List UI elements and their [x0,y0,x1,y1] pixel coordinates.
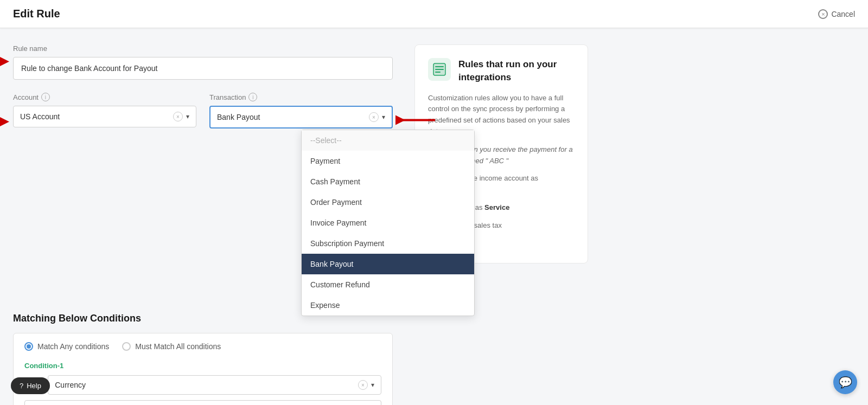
dropdown-item-order-payment[interactable]: Order Payment [302,192,474,213]
condition-chevron-icon[interactable]: ▾ [371,381,374,389]
matching-section: Matching Below Conditions Match Any cond… [13,313,393,405]
transaction-chevron-icon[interactable]: ▾ [382,113,385,121]
conditions-box: Match Any conditions Must Match All cond… [13,333,393,405]
condition-1-label: Condition-1 [24,362,381,370]
main-content: Rule name [0,28,868,405]
match-all-radio[interactable] [122,342,131,351]
panel-title: Rules that run on your integrations [458,58,575,84]
transaction-label: Transaction i [209,93,393,101]
account-transaction-row: Account i US Account × ▾ Transaction i [13,93,393,128]
chat-button[interactable]: 💬 [833,370,857,394]
usd-input[interactable] [24,400,381,405]
account-info-icon[interactable]: i [41,93,50,101]
dropdown-item-customer-refund[interactable]: Customer Refund [302,274,474,295]
cancel-circle-icon: × [818,9,828,19]
match-all-option[interactable]: Must Match All conditions [122,342,221,351]
transaction-value: Bank Payout [217,113,369,121]
transaction-select[interactable]: Bank Payout × ▾ [209,106,393,128]
panel-header: Rules that run on your integrations [428,58,575,84]
account-select[interactable]: US Account × ▾ [13,106,196,127]
arrow-account [0,114,10,130]
account-label: Account i [13,93,196,101]
match-any-label: Match Any conditions [37,342,109,351]
dropdown-item-payment[interactable]: Payment [302,151,474,171]
dropdown-item-subscription-payment[interactable]: Subscription Payment [302,233,474,254]
top-bar: Edit Rule × Cancel [0,0,868,28]
transaction-field: Transaction i Bank Payout × ▾ [209,93,393,128]
rule-name-label: Rule name [13,44,393,53]
panel-icon [428,58,451,81]
dropdown-item-invoice-payment[interactable]: Invoice Payment [302,213,474,233]
condition-if-row: If i Currency × ▾ [24,375,381,395]
rule-name-field: Rule name [13,44,393,80]
match-any-radio[interactable] [24,342,33,351]
condition-field-select[interactable]: Currency × ▾ [48,375,381,395]
radio-row: Match Any conditions Must Match All cond… [24,342,381,351]
dropdown-item-cash-payment[interactable]: Cash Payment [302,171,474,192]
dropdown-item-bank-payout[interactable]: Bank Payout [302,254,474,274]
account-value: US Account [20,112,173,121]
arrow-rule-name [0,54,10,69]
account-chevron-icon[interactable]: ▾ [186,113,189,120]
page-title: Edit Rule [13,8,60,20]
dropdown-scroll-area[interactable]: --Select-- Payment Cash Payment Order Pa… [302,130,474,316]
condition-field-value: Currency [55,381,358,389]
help-question-icon: ? [20,382,23,390]
transaction-dropdown: --Select-- Payment Cash Payment Order Pa… [301,130,475,316]
match-any-option[interactable]: Match Any conditions [24,342,109,351]
match-all-label: Must Match All conditions [135,342,221,351]
account-clear-icon[interactable]: × [173,112,183,121]
help-label: Help [27,382,41,390]
condition-clear-icon[interactable]: × [358,380,368,390]
form-section: Rule name [13,44,393,405]
cancel-button[interactable]: × Cancel [818,9,855,19]
rules-icon [432,62,446,76]
dropdown-item-select[interactable]: --Select-- [302,130,474,151]
transaction-clear-icon[interactable]: × [369,112,379,122]
transaction-info-icon[interactable]: i [248,93,257,101]
rule-name-input[interactable] [13,57,393,80]
chat-icon: 💬 [839,376,852,389]
cancel-label: Cancel [831,10,855,18]
arrow-transaction [395,113,436,128]
dropdown-item-expense[interactable]: Expense [302,295,474,316]
help-button[interactable]: ? Help [11,377,50,394]
account-field: Account i US Account × ▾ [13,93,196,127]
